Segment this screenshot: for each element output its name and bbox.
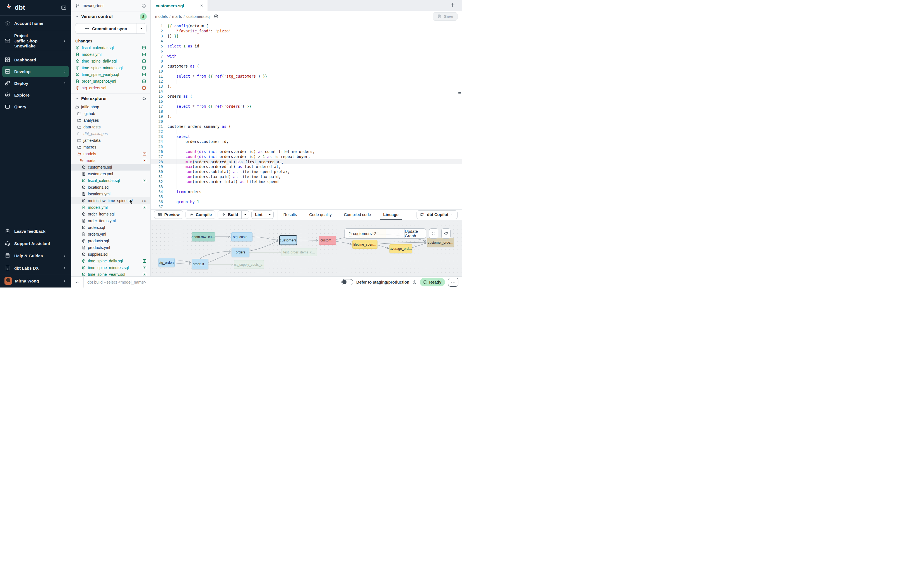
tree-item-analyses[interactable]: analyses (71, 117, 151, 124)
tree-item-supplies-sql[interactable]: supplies.sql (71, 251, 151, 257)
compile-button[interactable]: Compile (185, 210, 216, 219)
version-control-header[interactable]: Version control 8 (71, 11, 151, 22)
copy-icon[interactable] (141, 3, 146, 8)
plus-square-icon[interactable] (142, 46, 146, 50)
sidebar-item-help-guides[interactable]: Help & Guides (0, 249, 71, 262)
file-explorer-header[interactable]: File explorer (71, 94, 151, 103)
plus-square-icon[interactable] (142, 205, 147, 210)
sidebar-collapse-icon[interactable] (61, 5, 67, 11)
lineage-canvas[interactable]: count_lifetim…ecom.raw_cu…stg_custo…cust… (151, 220, 462, 276)
tree-item-models-yml[interactable]: models.yml (71, 204, 151, 211)
tree-item-locations-sql[interactable]: locations.sql (71, 184, 151, 191)
sidebar-item-account-home[interactable]: Account home (0, 16, 71, 31)
chevron-up-icon[interactable] (71, 280, 83, 284)
tree-item-marts[interactable]: marts (71, 157, 151, 164)
item-options-button[interactable]: ••• (142, 199, 147, 203)
lineage-node-average-ord-[interactable]: average_ord… (390, 244, 412, 253)
change-item[interactable]: stg_orders.sql (71, 84, 151, 91)
refresh-icon[interactable] (441, 228, 450, 239)
dot-square-icon[interactable] (142, 86, 146, 90)
dbt-copilot-button[interactable]: dbt Copilot (417, 210, 458, 219)
tree-item-products-sql[interactable]: products.sql (71, 238, 151, 244)
plus-square-icon[interactable] (142, 52, 146, 57)
commit-options-caret[interactable] (136, 24, 146, 33)
tree-item-time-spine-yearly-sql[interactable]: time_spine_yearly.sql (71, 271, 151, 276)
tree-item-metricflow-time-spine-sql[interactable]: metricflow_time_spine.sql••• (71, 197, 151, 204)
tree-item-locations-yml[interactable]: locations.yml (71, 191, 151, 197)
tree-item-macros[interactable]: macros (71, 144, 151, 151)
lint-button[interactable]: Lint (251, 210, 274, 219)
lineage-node-order-it-[interactable]: order_it… (192, 259, 208, 269)
search-icon[interactable] (142, 96, 147, 101)
lint-options-caret[interactable] (266, 211, 273, 219)
tree-item-order-items-yml[interactable]: order_items.yml (71, 218, 151, 224)
lineage-node-stg-custo-[interactable]: stg_custo… (231, 232, 252, 241)
lineage-search-input[interactable] (344, 229, 404, 238)
close-icon[interactable] (200, 4, 204, 8)
sidebar-item-develop[interactable]: Develop (2, 66, 69, 77)
dbt-command-input[interactable] (84, 280, 341, 284)
lineage-node-lifetime-spen-[interactable]: lifetime_spen… (352, 240, 377, 249)
preview-button[interactable]: Preview (154, 210, 183, 219)
tree-item-order-items-sql[interactable]: order_items.sql (71, 211, 151, 218)
tree-item-orders-sql[interactable]: orders.sql (71, 224, 151, 231)
change-item[interactable]: models.yml (71, 51, 151, 58)
plus-square-icon[interactable] (142, 178, 147, 183)
sidebar-item-support-assistant[interactable]: Support Assistant (0, 237, 71, 249)
tab-results[interactable]: Results (284, 210, 297, 220)
lineage-node-customer-orde-[interactable]: customer_orde… (427, 238, 454, 247)
change-item[interactable]: time_spine_yearly.sql (71, 71, 151, 78)
lineage-node-custom-[interactable]: custom… (319, 236, 336, 245)
build-options-caret[interactable] (241, 211, 249, 219)
code-editor[interactable]: 1{{ config(meta = {2 'favorite_food': 'p… (151, 22, 462, 209)
tree-item-customers-yml[interactable]: customers.yml (71, 170, 151, 177)
sidebar-item-project[interactable]: Project Jaffle Shop Snowflake (0, 31, 71, 51)
plus-square-icon[interactable] (142, 79, 146, 83)
defer-toggle[interactable] (341, 279, 353, 285)
sidebar-item-dashboard[interactable]: Dashboard (0, 54, 71, 65)
tab-customers-sql[interactable]: customers.sql (151, 0, 208, 11)
change-item[interactable]: time_spine_minutes.sql (71, 65, 151, 71)
save-button[interactable]: Save (433, 12, 458, 21)
tree-item-dbt-packages[interactable]: dbt_packages (71, 130, 151, 137)
tree-item-jaffle-shop[interactable]: jaffle-shop (71, 103, 151, 110)
tree-item-time-spine-minutes-sql[interactable]: time_spine_minutes.sql (71, 264, 151, 271)
lineage-node-customers[interactable]: customers (279, 235, 297, 245)
tree-item-models[interactable]: models (71, 151, 151, 157)
help-question-icon[interactable] (412, 280, 417, 284)
user-menu[interactable]: Mirna Wong (0, 274, 71, 288)
change-item[interactable]: time_spine_daily.sql (71, 58, 151, 65)
tree-item--github[interactable]: .github (71, 110, 151, 117)
dot-square-icon[interactable] (142, 152, 147, 156)
sidebar-item-explore[interactable]: Explore (0, 89, 71, 100)
breadcrumb-part[interactable]: models (155, 14, 168, 19)
plus-square-icon[interactable] (142, 72, 146, 77)
tree-item-jaffle-data[interactable]: jaffle-data (71, 137, 151, 144)
tree-item-customers-sql[interactable]: customers.sql (71, 164, 151, 170)
change-item[interactable]: order_snapshot.yml (71, 78, 151, 84)
plus-square-icon[interactable] (142, 265, 147, 270)
lineage-node-ecom-raw-cu-[interactable]: ecom.raw_cu… (192, 232, 215, 241)
plus-square-icon[interactable] (142, 65, 146, 70)
plus-square-icon[interactable] (142, 272, 147, 276)
tab-lineage[interactable]: Lineage (384, 210, 399, 220)
tab-compiled-code[interactable]: Compiled code (344, 210, 371, 220)
breadcrumb-part[interactable]: marts (172, 14, 182, 19)
fullscreen-icon[interactable] (429, 228, 438, 239)
sidebar-item-deploy[interactable]: Deploy (0, 78, 71, 89)
sidebar-item-leave-feedback[interactable]: Leave feedback (0, 225, 71, 237)
plus-square-icon[interactable] (142, 59, 146, 64)
breadcrumb-part[interactable]: customers.sql (186, 14, 210, 19)
update-graph-button[interactable]: Update Graph (404, 229, 426, 238)
lineage-node-orders[interactable]: orders (231, 248, 249, 257)
tree-item-data-tests[interactable]: data-tests (71, 124, 151, 130)
sidebar-item-dbt-labs-dx[interactable]: dbt Labs DX (0, 262, 71, 274)
new-tab-button[interactable] (450, 2, 455, 8)
more-options-button[interactable] (448, 278, 458, 287)
lineage-node-stg-orders[interactable]: stg_orders (158, 258, 174, 267)
tree-item-fiscal-calendar-sql[interactable]: fiscal_calendar.sql (71, 177, 151, 184)
build-button[interactable]: Build (218, 210, 249, 219)
tree-item-time-spine-daily-sql[interactable]: time_spine_daily.sql (71, 257, 151, 264)
tree-item-products-yml[interactable]: products.yml (71, 244, 151, 251)
sidebar-item-query[interactable]: Query (0, 101, 71, 112)
